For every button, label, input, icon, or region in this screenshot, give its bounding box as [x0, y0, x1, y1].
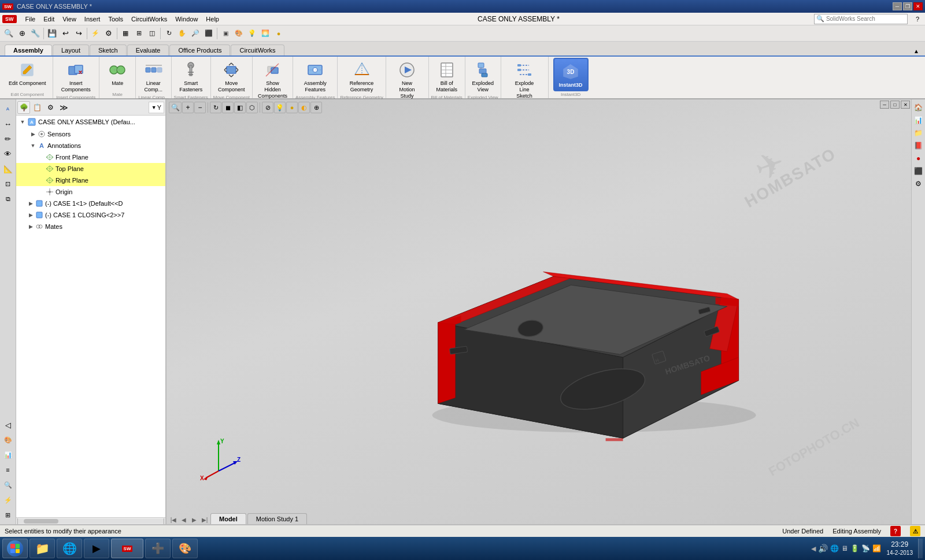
show-hidden-button[interactable]: ShowHiddenComponents — [255, 58, 290, 101]
case1-expand[interactable]: ▶ — [27, 199, 35, 207]
sidebar-icon-inspect[interactable]: 🔍 — [1, 478, 15, 492]
qtb-save[interactable]: 💾 — [46, 27, 58, 40]
qtb-pan[interactable]: ✋ — [176, 27, 188, 40]
menu-help[interactable]: Help — [202, 14, 223, 24]
sidebar-icon-routing[interactable]: ⚡ — [1, 493, 15, 507]
sidebar-icon-relations[interactable]: ⧉ — [1, 192, 15, 206]
tray-network2[interactable]: 📡 — [861, 544, 870, 552]
minimize-button[interactable]: ─ — [893, 2, 902, 10]
qtb-rebuild[interactable]: ⚡ — [89, 27, 102, 40]
vp-zoom-in[interactable]: + — [182, 102, 194, 113]
tray-display[interactable]: 🖥 — [841, 544, 848, 552]
sidebar-icon-move[interactable]: ↔ — [1, 117, 15, 131]
sidebar-icon-sketch[interactable]: 📐 — [1, 162, 15, 176]
qtb-zoom-in[interactable]: ⊕ — [16, 27, 28, 40]
right-panel-circle[interactable]: ● — [913, 153, 924, 164]
sidebar-icon-sim[interactable]: 📊 — [1, 448, 15, 462]
explode-line-sketch-button[interactable]: ExplodeLineSketch — [511, 58, 538, 101]
taskbar-media[interactable]: ▶ — [84, 539, 109, 558]
sidebar-icon-render[interactable]: 🎨 — [1, 433, 15, 447]
sidebar-icon-edit2[interactable]: ✏ — [1, 132, 15, 146]
right-panel-home[interactable]: 🏠 — [913, 102, 924, 113]
sidebar-icon-sw-apps[interactable]: ⊞ — [1, 508, 15, 522]
search-input[interactable] — [826, 14, 907, 24]
vp-maximize[interactable]: □ — [890, 101, 900, 109]
move-component-button[interactable]: MoveComponent — [215, 58, 248, 95]
help-icon[interactable]: ? — [912, 14, 923, 24]
vp-minimize[interactable]: ─ — [880, 101, 889, 109]
model-tab-motion-study[interactable]: Motion Study 1 — [247, 513, 307, 524]
vp-zoom-box[interactable]: 🔍 — [169, 102, 182, 113]
sensors-expand[interactable]: ▶ — [29, 130, 37, 138]
menu-tools[interactable]: Tools — [104, 14, 127, 24]
tab-evaluate[interactable]: Evaluate — [127, 44, 169, 55]
right-panel-folder[interactable]: 📁 — [913, 127, 924, 139]
menu-view[interactable]: View — [58, 14, 80, 24]
tree-case1[interactable]: ▶ (-) CASE 1<1> (Default<<D — [16, 198, 165, 209]
right-panel-book[interactable]: 📕 — [913, 140, 924, 151]
tab-nav-first[interactable]: |◀ — [169, 515, 178, 524]
linear-component-button[interactable]: LinearComp... — [140, 58, 166, 95]
menu-insert[interactable]: Insert — [80, 14, 105, 24]
vp-hide-show[interactable]: ◧ — [234, 102, 246, 113]
qtb-redo[interactable]: ↪ — [72, 27, 85, 40]
tree-feature-icon[interactable]: 🌳 — [17, 101, 30, 114]
qtb-lights[interactable]: 💡 — [246, 27, 258, 40]
qtb-view2[interactable]: ⊞ — [132, 27, 145, 40]
vp-lighting[interactable]: 💡 — [274, 102, 286, 113]
tab-office-products[interactable]: Office Products — [169, 44, 230, 55]
bill-of-materials-button[interactable]: Bill ofMaterials — [433, 58, 460, 95]
qtb-options[interactable]: ⚙ — [102, 27, 115, 40]
right-panel-settings[interactable]: ⚙ — [913, 178, 924, 190]
qtb-zoom-fit[interactable]: 🔎 — [189, 27, 202, 40]
vp-gold[interactable]: ⊕ — [310, 102, 322, 113]
qtb-view1[interactable]: ▦ — [119, 27, 132, 40]
vp-view-orient[interactable]: ⬡ — [246, 102, 258, 113]
show-desktop-btn[interactable] — [918, 539, 923, 558]
vp-zoom-out[interactable]: − — [194, 102, 206, 113]
tree-front-plane[interactable]: Front Plane — [16, 151, 165, 163]
tree-property-icon[interactable]: 📋 — [31, 101, 43, 114]
model-tab-model[interactable]: Model — [210, 513, 246, 524]
annotations-expand[interactable]: ▼ — [29, 142, 37, 150]
insert-components-button[interactable]: InsertComponents — [58, 58, 94, 95]
tree-right-plane[interactable]: Right Plane — [16, 175, 165, 186]
tree-case1-closing[interactable]: ▶ (-) CASE 1 CLOSING<2>>7 — [16, 209, 165, 221]
qtb-front[interactable]: ▣ — [219, 27, 232, 40]
vp-display-style[interactable]: ◼ — [222, 102, 234, 113]
tree-scrollbar[interactable] — [16, 517, 165, 524]
taskbar-explorer[interactable]: 📁 — [29, 539, 55, 558]
qtb-scene[interactable]: 🌅 — [259, 27, 272, 40]
sidebar-icon-hide-panel[interactable]: ◁ — [1, 418, 15, 432]
new-motion-study-button[interactable]: NewMotionStudy — [394, 58, 420, 101]
menu-edit[interactable]: Edit — [39, 14, 58, 24]
tab-assembly[interactable]: Assembly — [5, 44, 52, 55]
qtb-undo[interactable]: ↩ — [59, 27, 72, 40]
taskbar-chrome[interactable]: 🌐 — [57, 539, 82, 558]
right-panel-chart[interactable]: 📊 — [913, 114, 924, 126]
start-button[interactable] — [2, 539, 28, 558]
vp-appearance[interactable]: ● — [286, 102, 298, 113]
tray-volume[interactable]: 🔊 — [818, 544, 828, 553]
menu-window[interactable]: Window — [171, 14, 202, 24]
tree-top-plane[interactable]: Top Plane — [16, 163, 165, 175]
tab-nav-prev[interactable]: ◀ — [179, 515, 188, 524]
tray-network[interactable]: 🌐 — [830, 544, 839, 552]
reference-geometry-button[interactable]: ReferenceGeometry — [346, 58, 378, 95]
sidebar-icon-visibility[interactable]: 👁 — [1, 147, 15, 161]
tree-annotations[interactable]: ▼ A Annotations — [16, 140, 165, 151]
tree-sensors[interactable]: ▶ Sensors — [16, 128, 165, 140]
tray-signal[interactable]: 📶 — [872, 544, 881, 552]
tray-arrow[interactable]: ◀ — [811, 545, 816, 552]
tree-origin[interactable]: Origin — [16, 186, 165, 198]
mate-button[interactable]: Mate — [103, 58, 132, 88]
ribbon-expand-btn[interactable]: ▲ — [910, 47, 923, 55]
qtb-settings[interactable]: 🔧 — [29, 27, 42, 40]
case1-closing-expand[interactable]: ▶ — [27, 211, 35, 219]
clock[interactable]: 23:29 14-2-2013 — [883, 540, 916, 558]
taskbar-app5[interactable]: ➕ — [145, 539, 171, 558]
tree-root[interactable]: ▼ A CASE ONLY ASSEMBLY (Defau... — [16, 116, 165, 128]
tree-config-icon[interactable]: ⚙ — [44, 101, 57, 114]
tab-sketch[interactable]: Sketch — [90, 44, 127, 55]
status-help[interactable]: ? — [890, 526, 901, 536]
